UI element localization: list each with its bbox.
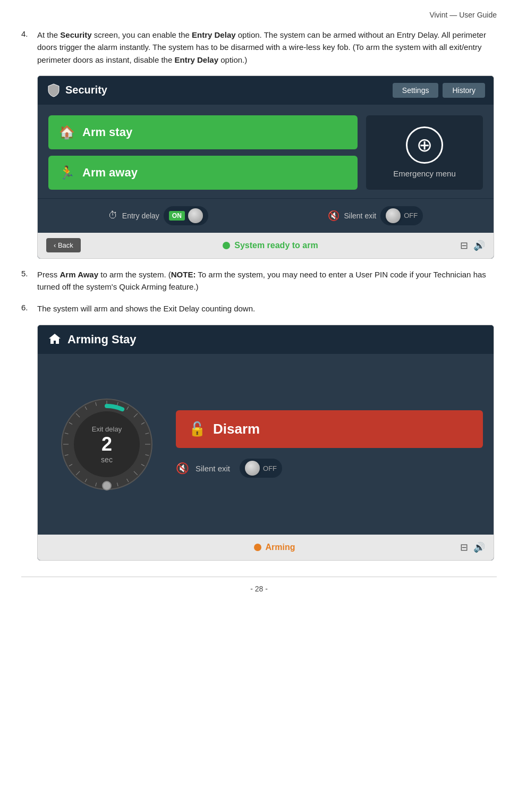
step-5-number: 5. [21,268,37,293]
arming-footer: Arming ⊟ 🔊 [38,535,494,560]
back-button[interactable]: ‹ Back [46,238,81,252]
disarm-label: Disarm [213,421,260,437]
volume-icon: 🔊 [473,240,485,251]
arming-footer-icons: ⊟ 🔊 [460,542,485,553]
entry-delay-knob [188,208,203,223]
footer-icons: ⊟ 🔊 [460,240,485,251]
entry-delay-bold: Entry Delay [192,30,236,39]
security-body: 🏠 Arm stay 🏃 Arm away ⊕ Emergency menu [38,105,494,198]
speaker-icon-2: 🔇 [176,462,189,475]
entry-delay-state: ON [169,211,185,221]
step-5-text: Press Arm Away to arm the system. (NOTE:… [37,268,497,293]
arm-stay-label: Arm stay [82,125,132,139]
silent-exit-row: 🔇 Silent exit OFF [176,459,483,478]
status-dot-orange [254,544,261,551]
security-screen-header: Security Settings History [38,76,494,105]
arm-right-panel: 🔓 Disarm 🔇 Silent exit OFF [176,367,483,522]
security-bold: Security [60,30,91,39]
header-buttons: Settings History [393,83,485,98]
exit-delay-unit: sec [92,455,122,463]
entry-delay-bold-2: Entry Delay [174,55,218,64]
key-icon: ⊟ [460,240,468,251]
step-4-number: 4. [21,29,37,66]
step-6-number: 6. [21,302,37,315]
status-ready: System ready to arm [223,241,318,250]
emergency-circle-icon[interactable]: ⊕ [406,126,443,164]
step-4-text: At the Security screen, you can enable t… [37,29,497,66]
arm-stay-icon: 🏠 [59,125,75,140]
page-header: Vivint — User Guide [21,11,497,19]
step-5-block: 5. Press Arm Away to arm the system. (NO… [21,268,497,293]
silent-exit-label: Silent exit [344,212,376,220]
clock-icon: ⏱ [108,210,118,221]
svg-point-27 [103,481,111,490]
arm-away-label: Arm away [82,166,138,180]
step-4-block: 4. At the Security screen, you can enabl… [21,29,497,66]
security-screen: Security Settings History 🏠 Arm stay 🏃 A… [37,75,494,259]
silent-exit-state-2: OFF [263,464,277,472]
entry-delay-label: Entry delay [122,212,159,220]
status-ready-text: System ready to arm [234,241,318,250]
arm-stay-button[interactable]: 🏠 Arm stay [48,115,358,149]
silent-exit-knob [386,208,401,223]
entry-delay-toggle[interactable]: ON [164,206,208,225]
lock-open-icon: 🔓 [189,421,206,437]
security-title-text: Security [65,84,107,96]
emergency-panel: ⊕ Emergency menu [366,115,483,190]
step-6-text: The system will arm and shows the Exit D… [37,302,255,315]
step-6-block: 6. The system will arm and shows the Exi… [21,302,497,315]
silent-exit-knob-2 [245,461,260,476]
arming-house-icon [47,332,62,347]
dial-center: Exit delay 2 sec [92,425,122,463]
dial-wrap: Exit delay 2 sec [48,367,165,522]
silent-exit-toggle-2[interactable]: OFF [240,459,282,478]
key-icon-2: ⊟ [460,542,468,553]
status-arming: Arming [254,543,295,552]
silent-exit-label-2: Silent exit [196,464,230,473]
exit-delay-num: 2 [92,433,122,455]
history-button[interactable]: History [443,83,485,98]
security-title-group: Security [46,83,107,98]
page-footer: - 28 - [21,577,497,593]
arm-buttons-panel: 🏠 Arm stay 🏃 Arm away [48,115,358,190]
arm-away-button[interactable]: 🏃 Arm away [48,156,358,190]
emergency-plus-icon: ⊕ [417,134,432,156]
silent-exit-group: 🔇 Silent exit OFF [328,206,423,225]
arming-body: Exit delay 2 sec 🔓 Disarm 🔇 Silent exit … [38,354,494,535]
shield-icon [46,83,61,98]
arm-away-icon: 🏃 [59,165,75,180]
speaker-icon: 🔇 [328,210,339,222]
disarm-button[interactable]: 🔓 Disarm [176,410,483,448]
arming-header: Arming Stay [38,325,494,354]
settings-button[interactable]: Settings [393,83,439,98]
arming-screen: Arming Stay [37,325,494,561]
exit-delay-dial: Exit delay 2 sec [59,396,155,492]
exit-delay-label: Exit delay [92,425,122,433]
security-footer: ‹ Back System ready to arm ⊟ 🔊 [38,233,494,258]
page-title: Vivint — User Guide [429,11,497,19]
status-arming-text: Arming [266,543,295,552]
entry-delay-group: ⏱ Entry delay ON [108,206,208,225]
silent-exit-state: OFF [404,212,418,219]
status-dot-green [223,242,230,249]
volume-icon-2: 🔊 [473,542,485,553]
toggles-row: ⏱ Entry delay ON 🔇 Silent exit OFF [38,198,494,233]
silent-exit-toggle[interactable]: OFF [380,206,423,225]
page-number: - 28 - [250,585,268,593]
arm-away-bold: Arm Away [60,270,99,279]
arming-title: Arming Stay [67,333,137,346]
note-bold: NOTE: [171,270,196,279]
emergency-label: Emergency menu [393,169,456,178]
